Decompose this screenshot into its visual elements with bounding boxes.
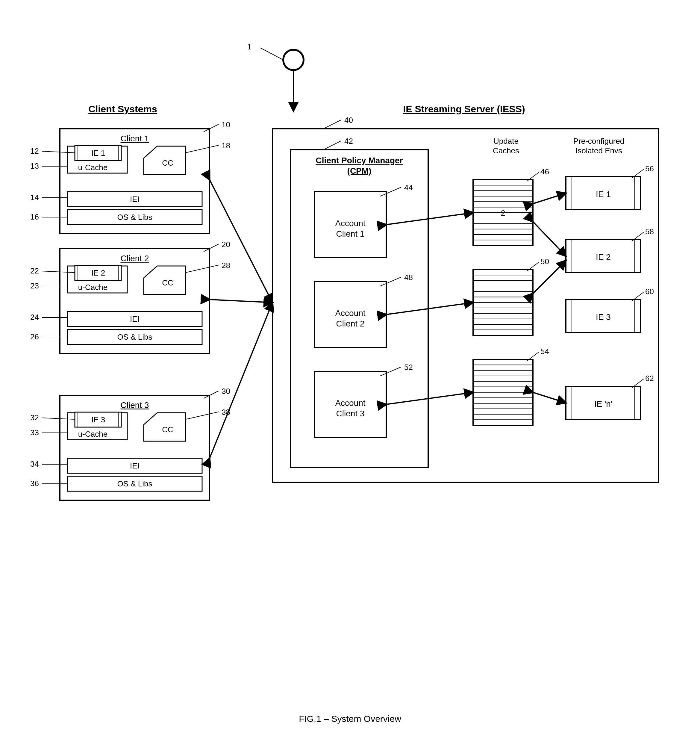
os-label: OS & Libs — [117, 332, 152, 341]
envs-h1: Pre-configured — [573, 136, 625, 146]
ref-num: 28 — [222, 261, 230, 270]
svg-line-14 — [203, 244, 219, 252]
ucache-label: u-Cache — [78, 283, 108, 292]
ref-num: 23 — [30, 281, 39, 290]
client-1: Client 1u-CacheIE 1CCIEIOS & Libs1213141… — [30, 120, 230, 234]
cc-label: CC — [162, 158, 173, 167]
ref-num: 52 — [404, 363, 413, 372]
account-l2: Client 3 — [336, 409, 365, 418]
ref-num: 56 — [645, 164, 654, 173]
ref-num: 44 — [404, 183, 413, 192]
iei-label: IEI — [130, 315, 139, 324]
ref-num: 50 — [541, 257, 549, 266]
ref-num: 36 — [30, 479, 39, 488]
cpm-title1: Client Policy Manager — [316, 156, 403, 165]
ref-num: 10 — [222, 120, 230, 129]
caches-h1: Update — [494, 136, 519, 146]
origin-marker — [283, 50, 303, 70]
ref-num: 32 — [30, 413, 39, 422]
figure-caption: FIG.1 – System Overview — [299, 714, 401, 724]
cpm-ref: 42 — [344, 136, 353, 146]
server-header: IE Streaming Server (IESS) — [403, 103, 525, 114]
cpm-title2: (CPM) — [347, 166, 372, 175]
clients-header: Client Systems — [88, 103, 157, 114]
ref-num: 33 — [30, 428, 39, 437]
ref-num: 34 — [30, 459, 39, 468]
iei-label: IEI — [130, 195, 139, 203]
env-label: IE 2 — [596, 252, 611, 262]
account-l1: Account — [335, 308, 365, 318]
origin-ref: 1 — [247, 42, 252, 51]
ref-num: 26 — [30, 332, 39, 341]
account-l1: Account — [335, 398, 365, 408]
ref-num: 12 — [30, 147, 39, 155]
arrow — [209, 302, 272, 458]
client-title: Client 1 — [121, 134, 149, 143]
ref-num: 16 — [30, 212, 39, 221]
ref-num: 24 — [30, 313, 39, 322]
envs-h2: Isolated Envs — [575, 146, 622, 155]
cc-label: CC — [162, 278, 173, 287]
env-label: IE 1 — [596, 189, 611, 199]
svg-line-22 — [203, 391, 219, 398]
env-label: IE 3 — [596, 312, 611, 322]
ref-num: 54 — [541, 347, 549, 356]
cache-inner: 2 — [501, 208, 505, 218]
ie-label: IE 2 — [91, 268, 105, 277]
ref-num: 60 — [645, 287, 654, 296]
account-l2: Client 2 — [336, 319, 365, 328]
ref-num: 30 — [222, 387, 230, 396]
ref-num: 48 — [404, 273, 413, 282]
svg-line-6 — [203, 124, 219, 132]
iei-label: IEI — [130, 461, 139, 470]
os-label: OS & Libs — [117, 213, 152, 222]
account-l2: Client 1 — [336, 229, 365, 238]
ref-num: 62 — [645, 374, 654, 383]
client-3: Client 3u-CacheIE 3CCIEIOS & Libs3233343… — [30, 387, 230, 500]
ref-num: 22 — [30, 266, 39, 275]
ref-num: 46 — [541, 167, 549, 176]
client-title: Client 2 — [121, 254, 149, 263]
iess-ref: 40 — [344, 116, 353, 125]
env-label: IE 'n' — [594, 399, 612, 409]
ucache-label: u-Cache — [78, 429, 108, 438]
origin-leader — [261, 48, 283, 60]
ie-label: IE 1 — [91, 149, 105, 158]
ref-num: 13 — [30, 161, 39, 171]
cc-label: CC — [162, 425, 173, 434]
ref-num: 14 — [30, 193, 39, 202]
caches-h2: Caches — [493, 146, 519, 155]
ucache-label: u-Cache — [78, 163, 108, 172]
arrow — [209, 299, 272, 302]
arrow — [209, 180, 272, 302]
iess-leader — [323, 120, 341, 129]
ie-label: IE 3 — [91, 415, 105, 424]
client-title: Client 3 — [121, 401, 149, 410]
client-2: Client 2u-CacheIE 2CCIEIOS & Libs2223242… — [30, 240, 230, 354]
ref-num: 20 — [222, 240, 230, 249]
os-label: OS & Libs — [117, 479, 152, 488]
ref-num: 58 — [645, 227, 654, 236]
ref-num: 18 — [222, 141, 230, 150]
account-l1: Account — [335, 219, 365, 228]
